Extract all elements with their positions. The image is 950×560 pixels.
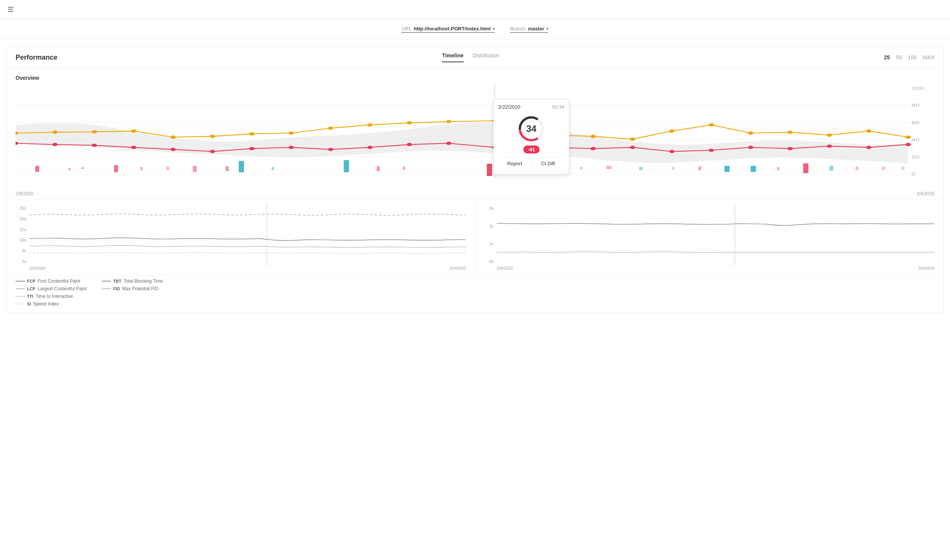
y-3s: 3s bbox=[484, 206, 494, 210]
legend-fcp-icon bbox=[16, 279, 25, 283]
x-end-label: 3/4/2020 bbox=[917, 191, 934, 196]
svg-point-13 bbox=[52, 131, 58, 134]
svg-text:0: 0 bbox=[912, 172, 916, 177]
svg-point-39 bbox=[131, 146, 136, 149]
svg-rect-79 bbox=[639, 167, 643, 171]
svg-point-29 bbox=[669, 130, 674, 133]
tooltip-delta-badge: -41 bbox=[523, 146, 540, 153]
svg-point-56 bbox=[787, 147, 793, 150]
page-size-100[interactable]: 100 bbox=[908, 54, 917, 60]
svg-point-23 bbox=[446, 120, 451, 123]
svg-rect-74 bbox=[487, 164, 492, 176]
legend-fid: FID Max Potential FID bbox=[102, 286, 163, 291]
svg-point-18 bbox=[249, 132, 255, 136]
y-5s: 5s bbox=[16, 248, 26, 253]
svg-point-58 bbox=[866, 146, 871, 149]
right-legend-group: TBT Total Blocking Time FID Max Potentia… bbox=[102, 278, 163, 307]
bottom-left-svg bbox=[29, 204, 466, 265]
bottom-right-x-labels: 2/9/2020 3/4/2020 bbox=[484, 266, 935, 271]
svg-point-16 bbox=[171, 136, 176, 139]
legend-si-abbr: SI bbox=[27, 302, 31, 306]
svg-rect-71 bbox=[344, 160, 349, 172]
svg-point-45 bbox=[367, 146, 373, 149]
svg-point-17 bbox=[210, 135, 215, 138]
main-chart-area: 100 80 60 40 20 0 bbox=[16, 84, 934, 190]
legend-tbt-text: Total Blocking Time bbox=[124, 278, 163, 284]
legend-si: SI Speed Index bbox=[16, 301, 87, 307]
url-selector[interactable]: URL http://localhost:PORT/index.html ▾ bbox=[402, 26, 495, 33]
br-x-end: 3/4/2020 bbox=[918, 266, 934, 271]
svg-point-32 bbox=[787, 131, 793, 134]
overview-section: Overview 100 80 60 40 20 0 bbox=[6, 69, 944, 190]
legend-si-icon bbox=[16, 302, 25, 306]
y-0s-right: 0s bbox=[484, 259, 494, 264]
legend-lcp-abbr: LCP bbox=[27, 286, 35, 291]
page-size-25[interactable]: 25 bbox=[884, 54, 890, 60]
tab-distribution[interactable]: Distribution bbox=[473, 52, 499, 62]
branch-dropdown-arrow: ▾ bbox=[546, 27, 548, 31]
svg-point-46 bbox=[407, 143, 412, 146]
svg-rect-78 bbox=[606, 166, 611, 169]
legend-lcp-icon bbox=[16, 287, 25, 291]
legend-lcp: LCP Largest Contentful Paint bbox=[16, 286, 87, 291]
branch-selector[interactable]: Branch master ▾ bbox=[510, 26, 548, 33]
page-size-50[interactable]: 50 bbox=[896, 54, 902, 60]
y-20s: 20s bbox=[16, 217, 26, 221]
svg-point-37 bbox=[52, 143, 58, 146]
svg-rect-64 bbox=[114, 165, 118, 172]
svg-rect-66 bbox=[166, 167, 169, 170]
y-15s: 15s bbox=[16, 227, 26, 232]
tab-timeline[interactable]: Timeline bbox=[442, 52, 464, 62]
legend-tbt-abbr: TBT bbox=[113, 279, 121, 283]
legend-tti: TTI Time to Interactive bbox=[16, 294, 87, 299]
tooltip-ci-diff-button[interactable]: CI Diff bbox=[532, 158, 565, 169]
svg-rect-62 bbox=[68, 168, 71, 170]
svg-rect-73 bbox=[403, 167, 405, 170]
svg-text:20: 20 bbox=[912, 155, 920, 160]
svg-point-43 bbox=[288, 146, 294, 149]
y-10s: 10s bbox=[16, 238, 26, 242]
branch-value: master bbox=[528, 26, 544, 32]
svg-point-36 bbox=[16, 142, 18, 145]
legend-si-text: Speed Index bbox=[33, 301, 59, 307]
gauge-container: 34 bbox=[516, 114, 546, 144]
svg-point-33 bbox=[827, 133, 832, 137]
tooltip-report-button[interactable]: Report bbox=[498, 158, 532, 169]
svg-rect-89 bbox=[902, 167, 904, 170]
svg-point-40 bbox=[171, 148, 176, 151]
hamburger-icon[interactable]: ☰ bbox=[8, 5, 14, 14]
legend-fcp: FCP First Contentful Paint bbox=[16, 278, 87, 284]
url-dropdown-arrow: ▾ bbox=[493, 27, 495, 31]
url-label: URL bbox=[402, 26, 412, 32]
legend-tti-abbr: TTI bbox=[27, 294, 33, 299]
svg-point-14 bbox=[92, 130, 97, 134]
gauge-number: 34 bbox=[526, 123, 537, 134]
tooltip-time: 00:34 bbox=[552, 104, 565, 110]
overview-title: Overview bbox=[16, 75, 934, 81]
svg-point-55 bbox=[748, 146, 753, 149]
bottom-legends: FCP First Contentful Paint LCP Largest C… bbox=[6, 275, 944, 313]
svg-text:40: 40 bbox=[912, 137, 920, 142]
svg-text:100: 100 bbox=[912, 86, 924, 91]
svg-point-47 bbox=[446, 142, 451, 145]
svg-point-44 bbox=[328, 148, 333, 151]
svg-rect-82 bbox=[724, 166, 730, 172]
page-size-options: 25 50 100 MAX bbox=[884, 54, 934, 60]
svg-point-42 bbox=[249, 147, 255, 150]
svg-rect-72 bbox=[377, 166, 380, 171]
legend-tbt: TBT Total Blocking Time bbox=[102, 278, 163, 284]
svg-point-19 bbox=[288, 131, 294, 135]
svg-point-20 bbox=[328, 127, 333, 130]
svg-point-21 bbox=[367, 123, 373, 127]
legend-lcp-text: Largest Contentful Paint bbox=[38, 286, 87, 291]
svg-rect-83 bbox=[750, 166, 756, 172]
svg-text:80: 80 bbox=[912, 103, 920, 108]
svg-point-31 bbox=[748, 131, 753, 135]
svg-point-35 bbox=[906, 136, 911, 139]
page-size-max[interactable]: MAX bbox=[923, 54, 934, 60]
branch-label: Branch bbox=[510, 26, 526, 32]
svg-text:60: 60 bbox=[912, 120, 920, 125]
svg-rect-88 bbox=[882, 167, 885, 170]
x-start-label: 2/9/2020 bbox=[16, 191, 33, 196]
svg-rect-86 bbox=[830, 166, 833, 171]
